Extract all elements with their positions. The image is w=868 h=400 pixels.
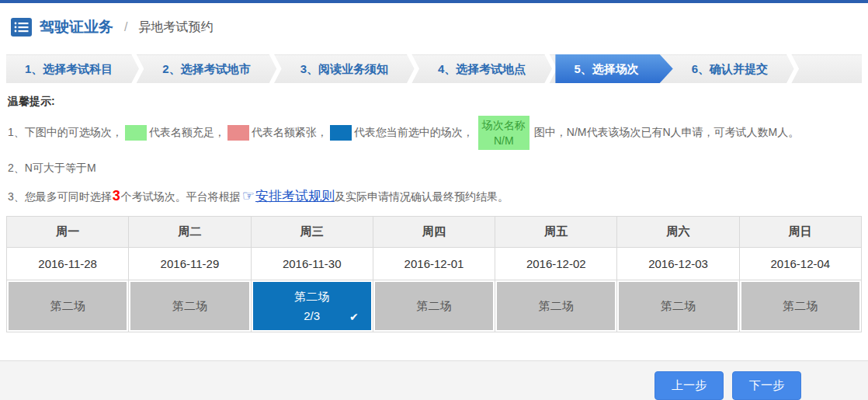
selected-session-ratio: 2/3 (304, 309, 320, 322)
stepbar-filler (799, 54, 862, 83)
session-option[interactable]: 第二场 (9, 282, 127, 330)
chevron-separator-icon (407, 54, 419, 83)
step-5-select-session-active[interactable]: 5、选择场次 (555, 54, 672, 83)
legend-blue-swatch (330, 125, 352, 141)
session-option[interactable]: 第二场 (375, 282, 493, 330)
weekday-header: 周一 (7, 217, 129, 248)
chevron-separator-icon (786, 54, 799, 83)
date-cell: 2016-12-04 (739, 248, 861, 280)
page-header: 驾驶证业务 / 异地考试预约 (0, 3, 868, 50)
date-row: 2016-11-28 2016-11-29 2016-11-30 2016-12… (7, 248, 862, 280)
max-sessions-count: 3 (112, 188, 121, 203)
step-6-confirm-submit[interactable]: 6、确认并提交 (673, 54, 786, 83)
session-cell-wednesday: 第二场 2/3 ✔ (251, 280, 373, 332)
session-cell-sunday: 第二场 (739, 280, 861, 332)
tips-title: 温馨提示: (8, 95, 860, 109)
tip1-suffix: 图中，N/M代表该场次已有N人申请，可考试人数M人。 (534, 126, 799, 140)
step-2-select-city[interactable]: 2、选择考试地市 (144, 54, 269, 83)
next-step-button[interactable]: 下一步 (732, 371, 801, 400)
date-cell: 2016-12-03 (617, 248, 739, 280)
chevron-separator-icon (544, 54, 557, 83)
session-schedule-table: 周一 周二 周三 周四 周五 周六 周日 2016-11-28 2016-11-… (6, 216, 862, 332)
date-cell: 2016-12-01 (373, 248, 495, 280)
pointing-hand-icon: ☞ (242, 188, 255, 203)
weekday-header: 周日 (739, 217, 861, 248)
weekday-header: 周三 (251, 217, 373, 248)
footer-action-bar: 上一步 下一步 (0, 360, 868, 400)
tip3-part2: 个考试场次。平台将根据 (121, 190, 241, 203)
date-cell: 2016-12-02 (495, 248, 617, 280)
session-option[interactable]: 第二场 (130, 282, 248, 330)
session-cell-friday: 第二场 (495, 280, 617, 332)
session-cell-saturday: 第二场 (617, 280, 739, 332)
chevron-separator-icon (131, 54, 144, 83)
session-option[interactable]: 第二场 (619, 282, 737, 330)
step-1-select-subject[interactable]: 1、选择考试科目 (6, 54, 131, 83)
weekday-header: 周二 (129, 217, 251, 248)
breadcrumb-separator: / (124, 20, 127, 34)
tip3-part3: 及实际申请情况确认最终预约结果。 (335, 190, 509, 203)
step-progress-bar: 1、选择考试科目 2、选择考试地市 3、阅读业务须知 4、选择考试地点 5、选择… (6, 54, 862, 83)
tip1-green-label: 代表名额充足， (149, 126, 225, 140)
previous-step-button[interactable]: 上一步 (654, 371, 724, 400)
checkmark-icon: ✔ (349, 311, 359, 323)
session-option[interactable]: 第二场 (497, 282, 615, 330)
list-icon (11, 18, 32, 37)
breadcrumb-service-category[interactable]: 驾驶证业务 (40, 17, 113, 37)
legend-green-swatch (125, 125, 147, 141)
tip-line-3: 3、您最多可同时选择3个考试场次。平台将根据☞安排考试规则及实际申请情况确认最终… (8, 187, 860, 205)
chevron-separator-icon (269, 54, 282, 83)
weekday-header-row: 周一 周二 周三 周四 周五 周六 周日 (7, 217, 862, 248)
tips-section: 温馨提示: 1、下图中的可选场次， 代表名额充足， 代表名额紧张， 代表您当前选… (8, 95, 860, 205)
weekday-header: 周四 (373, 217, 495, 248)
date-cell: 2016-11-30 (251, 248, 373, 280)
legend-red-swatch (227, 125, 249, 141)
breadcrumb-page-title: 异地考试预约 (138, 19, 213, 36)
date-cell: 2016-11-29 (129, 248, 251, 280)
session-option-selected[interactable]: 第二场 2/3 ✔ (253, 282, 371, 330)
tip1-red-label: 代表名额紧张， (252, 126, 328, 140)
date-cell: 2016-11-28 (7, 248, 129, 280)
sample-session-ratio: N/M (494, 133, 514, 148)
exam-rules-link[interactable]: 安排考试规则 (255, 189, 335, 203)
step-4-select-location[interactable]: 4、选择考试地点 (419, 54, 544, 83)
session-cell-monday: 第二场 (7, 280, 129, 332)
tip1-prefix: 1、下图中的可选场次， (8, 126, 123, 140)
tip1-blue-label: 代表您当前选中的场次， (354, 126, 474, 140)
selected-session-name: 第二场 (294, 290, 329, 304)
tip-line-1: 1、下图中的可选场次， 代表名额充足， 代表名额紧张， 代表您当前选中的场次， … (8, 116, 860, 150)
session-option[interactable]: 第二场 (741, 282, 859, 330)
tip3-part1: 3、您最多可同时选择 (8, 190, 112, 203)
session-row: 第二场 第二场 第二场 2/3 ✔ 第二场 第二场 第二场 第二场 (7, 280, 862, 332)
sample-session-name: 场次名称 (482, 117, 526, 133)
weekday-header: 周六 (617, 217, 739, 248)
session-cell-thursday: 第二场 (373, 280, 495, 332)
weekday-header: 周五 (495, 217, 617, 248)
tip-line-2: 2、N可大于等于M (8, 162, 860, 176)
session-cell-tuesday: 第二场 (129, 280, 251, 332)
legend-session-sample-box: 场次名称 N/M (478, 116, 529, 150)
step-3-read-notice[interactable]: 3、阅读业务须知 (282, 54, 407, 83)
